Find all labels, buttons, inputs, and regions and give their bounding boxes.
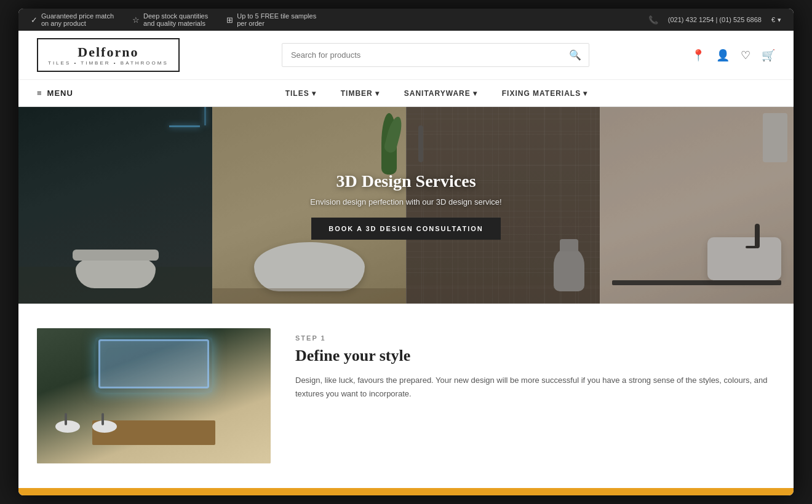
logo-tagline: TILES • TIMBER • BATHROOMS [48, 60, 169, 66]
benefit-samples-text: Up to 5 FREE tile samples per order [237, 12, 316, 27]
header: Delforno TILES • TIMBER • BATHROOMS 🔍 📍 … [18, 31, 794, 80]
chevron-down-icon: ▾ [778, 16, 781, 24]
step-content: STEP 1 Define your style Design, like lu… [295, 328, 775, 401]
nav-fixing-label: FIXING MATERIALS [502, 89, 581, 98]
currency-selector[interactable]: € ▾ [771, 16, 781, 24]
hero-overlay: 3D Design Services Envision design perfe… [18, 107, 794, 304]
chevron-down-icon: ▾ [312, 89, 316, 98]
nav-item-fixing-materials[interactable]: FIXING MATERIALS ▾ [490, 81, 600, 106]
hero-cta-button[interactable]: BOOK A 3D DESIGN CONSULTATION [311, 218, 501, 240]
benefit-stock-text: Deep stock quantities and quality materi… [143, 12, 208, 27]
search-icon: 🔍 [569, 50, 581, 60]
search-button[interactable]: 🔍 [562, 44, 589, 66]
phone-number: (021) 432 1254 | (01) 525 6868 [668, 16, 762, 23]
nav-items: TILES ▾ TIMBER ▾ SANITARYWARE ▾ FIXING M… [98, 81, 775, 106]
step-section: STEP 1 Define your style Design, like lu… [18, 304, 794, 488]
hero-title: 3D Design Services [336, 171, 476, 191]
nav-sanitaryware-label: SANITARYWARE [404, 89, 471, 98]
wishlist-icon[interactable]: ♡ [741, 49, 750, 62]
logo[interactable]: Delforno TILES • TIMBER • BATHROOMS [37, 38, 180, 72]
step-label: STEP 1 [295, 334, 775, 342]
benefit-price-match: ✓ Guaranteed price match on any product [31, 12, 114, 27]
hero-section: 3D Design Services Envision design perfe… [18, 107, 794, 304]
hero-subtitle: Envision design perfection with our 3D d… [310, 197, 501, 207]
search-input[interactable] [282, 45, 562, 65]
step-text: Design, like luck, favours the prepared.… [295, 374, 775, 401]
cart-icon[interactable]: 🛒 [762, 49, 775, 62]
menu-label: MENU [47, 89, 73, 98]
chevron-down-icon: ▾ [473, 89, 477, 98]
location-icon[interactable]: 📍 [691, 49, 705, 62]
menu-button[interactable]: ≡ MENU [37, 80, 73, 106]
search-bar[interactable]: 🔍 [282, 43, 589, 67]
phone-icon: 📞 [648, 15, 658, 25]
step-title: Define your style [295, 347, 775, 365]
nav-item-timber[interactable]: TIMBER ▾ [328, 81, 392, 106]
chevron-down-icon: ▾ [583, 89, 587, 98]
logo-name: Delforno [48, 44, 169, 60]
currency-symbol: € [771, 16, 775, 23]
benefit-samples: ⊞ Up to 5 FREE tile samples per order [226, 12, 316, 27]
top-bar-benefits: ✓ Guaranteed price match on any product … [31, 12, 316, 27]
account-icon[interactable]: 👤 [716, 49, 730, 62]
nav-item-sanitaryware[interactable]: SANITARYWARE ▾ [392, 81, 490, 106]
top-bar: ✓ Guaranteed price match on any product … [18, 9, 794, 31]
nav-tiles-label: TILES [285, 89, 309, 98]
star-icon: ☆ [132, 15, 140, 25]
check-icon: ✓ [31, 15, 38, 25]
chevron-down-icon: ▾ [375, 89, 380, 98]
grid-icon: ⊞ [226, 15, 233, 25]
orange-bar [18, 488, 794, 495]
nav-timber-label: TIMBER [341, 89, 373, 98]
hamburger-icon: ≡ [37, 89, 42, 98]
nav-item-tiles[interactable]: TILES ▾ [273, 81, 328, 106]
header-icons: 📍 👤 ♡ 🛒 [691, 49, 775, 62]
benefit-price-match-text: Guaranteed price match on any product [41, 12, 114, 27]
navigation: ≡ MENU TILES ▾ TIMBER ▾ SANITARYWARE ▾ F… [18, 80, 794, 107]
benefit-stock: ☆ Deep stock quantities and quality mate… [132, 12, 208, 27]
top-bar-contact: 📞 (021) 432 1254 | (01) 525 6868 € ▾ [648, 15, 781, 25]
step-image [37, 328, 271, 463]
